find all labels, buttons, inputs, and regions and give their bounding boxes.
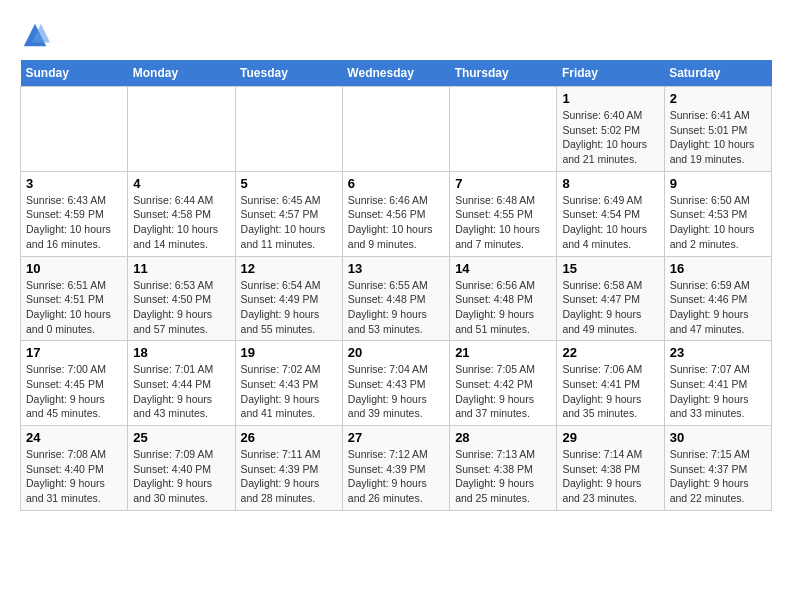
weekday-header: Friday xyxy=(557,60,664,87)
calendar-cell: 16Sunrise: 6:59 AM Sunset: 4:46 PM Dayli… xyxy=(664,256,771,341)
calendar-header: SundayMondayTuesdayWednesdayThursdayFrid… xyxy=(21,60,772,87)
calendar-cell xyxy=(21,87,128,172)
day-number: 9 xyxy=(670,176,766,191)
day-number: 16 xyxy=(670,261,766,276)
weekday-header: Thursday xyxy=(450,60,557,87)
calendar-cell: 18Sunrise: 7:01 AM Sunset: 4:44 PM Dayli… xyxy=(128,341,235,426)
calendar-cell: 21Sunrise: 7:05 AM Sunset: 4:42 PM Dayli… xyxy=(450,341,557,426)
day-number: 5 xyxy=(241,176,337,191)
calendar-cell xyxy=(450,87,557,172)
day-number: 24 xyxy=(26,430,122,445)
day-info: Sunrise: 7:06 AM Sunset: 4:41 PM Dayligh… xyxy=(562,362,658,421)
calendar-cell: 7Sunrise: 6:48 AM Sunset: 4:55 PM Daylig… xyxy=(450,171,557,256)
calendar-cell: 8Sunrise: 6:49 AM Sunset: 4:54 PM Daylig… xyxy=(557,171,664,256)
day-info: Sunrise: 6:50 AM Sunset: 4:53 PM Dayligh… xyxy=(670,193,766,252)
weekday-header: Monday xyxy=(128,60,235,87)
calendar-cell: 2Sunrise: 6:41 AM Sunset: 5:01 PM Daylig… xyxy=(664,87,771,172)
calendar-cell: 19Sunrise: 7:02 AM Sunset: 4:43 PM Dayli… xyxy=(235,341,342,426)
day-info: Sunrise: 7:05 AM Sunset: 4:42 PM Dayligh… xyxy=(455,362,551,421)
day-info: Sunrise: 6:44 AM Sunset: 4:58 PM Dayligh… xyxy=(133,193,229,252)
day-info: Sunrise: 7:12 AM Sunset: 4:39 PM Dayligh… xyxy=(348,447,444,506)
day-number: 12 xyxy=(241,261,337,276)
day-number: 19 xyxy=(241,345,337,360)
day-info: Sunrise: 6:48 AM Sunset: 4:55 PM Dayligh… xyxy=(455,193,551,252)
calendar-cell: 30Sunrise: 7:15 AM Sunset: 4:37 PM Dayli… xyxy=(664,426,771,511)
calendar-week-row: 3Sunrise: 6:43 AM Sunset: 4:59 PM Daylig… xyxy=(21,171,772,256)
day-number: 22 xyxy=(562,345,658,360)
calendar-cell: 9Sunrise: 6:50 AM Sunset: 4:53 PM Daylig… xyxy=(664,171,771,256)
day-info: Sunrise: 7:15 AM Sunset: 4:37 PM Dayligh… xyxy=(670,447,766,506)
calendar-cell: 24Sunrise: 7:08 AM Sunset: 4:40 PM Dayli… xyxy=(21,426,128,511)
day-info: Sunrise: 7:07 AM Sunset: 4:41 PM Dayligh… xyxy=(670,362,766,421)
weekday-header: Tuesday xyxy=(235,60,342,87)
day-number: 13 xyxy=(348,261,444,276)
day-info: Sunrise: 7:00 AM Sunset: 4:45 PM Dayligh… xyxy=(26,362,122,421)
calendar-cell: 23Sunrise: 7:07 AM Sunset: 4:41 PM Dayli… xyxy=(664,341,771,426)
day-info: Sunrise: 6:40 AM Sunset: 5:02 PM Dayligh… xyxy=(562,108,658,167)
day-number: 8 xyxy=(562,176,658,191)
day-info: Sunrise: 6:49 AM Sunset: 4:54 PM Dayligh… xyxy=(562,193,658,252)
weekday-header: Wednesday xyxy=(342,60,449,87)
calendar-cell: 25Sunrise: 7:09 AM Sunset: 4:40 PM Dayli… xyxy=(128,426,235,511)
day-number: 30 xyxy=(670,430,766,445)
calendar-week-row: 24Sunrise: 7:08 AM Sunset: 4:40 PM Dayli… xyxy=(21,426,772,511)
day-number: 20 xyxy=(348,345,444,360)
day-info: Sunrise: 7:04 AM Sunset: 4:43 PM Dayligh… xyxy=(348,362,444,421)
day-number: 26 xyxy=(241,430,337,445)
day-info: Sunrise: 6:58 AM Sunset: 4:47 PM Dayligh… xyxy=(562,278,658,337)
day-number: 1 xyxy=(562,91,658,106)
day-info: Sunrise: 6:54 AM Sunset: 4:49 PM Dayligh… xyxy=(241,278,337,337)
day-info: Sunrise: 7:13 AM Sunset: 4:38 PM Dayligh… xyxy=(455,447,551,506)
day-number: 2 xyxy=(670,91,766,106)
calendar-cell: 12Sunrise: 6:54 AM Sunset: 4:49 PM Dayli… xyxy=(235,256,342,341)
day-info: Sunrise: 7:02 AM Sunset: 4:43 PM Dayligh… xyxy=(241,362,337,421)
calendar-cell: 15Sunrise: 6:58 AM Sunset: 4:47 PM Dayli… xyxy=(557,256,664,341)
logo-icon xyxy=(20,20,50,50)
day-number: 3 xyxy=(26,176,122,191)
day-info: Sunrise: 7:08 AM Sunset: 4:40 PM Dayligh… xyxy=(26,447,122,506)
day-number: 11 xyxy=(133,261,229,276)
day-number: 6 xyxy=(348,176,444,191)
calendar-cell: 26Sunrise: 7:11 AM Sunset: 4:39 PM Dayli… xyxy=(235,426,342,511)
day-info: Sunrise: 6:46 AM Sunset: 4:56 PM Dayligh… xyxy=(348,193,444,252)
day-info: Sunrise: 6:45 AM Sunset: 4:57 PM Dayligh… xyxy=(241,193,337,252)
day-info: Sunrise: 6:59 AM Sunset: 4:46 PM Dayligh… xyxy=(670,278,766,337)
calendar-cell: 6Sunrise: 6:46 AM Sunset: 4:56 PM Daylig… xyxy=(342,171,449,256)
day-number: 7 xyxy=(455,176,551,191)
day-number: 14 xyxy=(455,261,551,276)
day-number: 4 xyxy=(133,176,229,191)
calendar-cell: 29Sunrise: 7:14 AM Sunset: 4:38 PM Dayli… xyxy=(557,426,664,511)
logo xyxy=(20,20,54,50)
calendar-cell xyxy=(235,87,342,172)
weekday-header: Sunday xyxy=(21,60,128,87)
calendar-cell: 3Sunrise: 6:43 AM Sunset: 4:59 PM Daylig… xyxy=(21,171,128,256)
day-info: Sunrise: 6:41 AM Sunset: 5:01 PM Dayligh… xyxy=(670,108,766,167)
day-number: 21 xyxy=(455,345,551,360)
calendar-cell xyxy=(128,87,235,172)
calendar-cell: 28Sunrise: 7:13 AM Sunset: 4:38 PM Dayli… xyxy=(450,426,557,511)
calendar-cell: 17Sunrise: 7:00 AM Sunset: 4:45 PM Dayli… xyxy=(21,341,128,426)
day-info: Sunrise: 6:53 AM Sunset: 4:50 PM Dayligh… xyxy=(133,278,229,337)
calendar-table: SundayMondayTuesdayWednesdayThursdayFrid… xyxy=(20,60,772,511)
day-info: Sunrise: 7:11 AM Sunset: 4:39 PM Dayligh… xyxy=(241,447,337,506)
calendar-cell: 13Sunrise: 6:55 AM Sunset: 4:48 PM Dayli… xyxy=(342,256,449,341)
day-info: Sunrise: 7:14 AM Sunset: 4:38 PM Dayligh… xyxy=(562,447,658,506)
calendar-week-row: 1Sunrise: 6:40 AM Sunset: 5:02 PM Daylig… xyxy=(21,87,772,172)
day-number: 23 xyxy=(670,345,766,360)
day-info: Sunrise: 6:51 AM Sunset: 4:51 PM Dayligh… xyxy=(26,278,122,337)
weekday-header: Saturday xyxy=(664,60,771,87)
calendar-cell: 5Sunrise: 6:45 AM Sunset: 4:57 PM Daylig… xyxy=(235,171,342,256)
calendar-cell: 27Sunrise: 7:12 AM Sunset: 4:39 PM Dayli… xyxy=(342,426,449,511)
day-info: Sunrise: 6:56 AM Sunset: 4:48 PM Dayligh… xyxy=(455,278,551,337)
day-number: 29 xyxy=(562,430,658,445)
calendar-cell: 22Sunrise: 7:06 AM Sunset: 4:41 PM Dayli… xyxy=(557,341,664,426)
calendar-body: 1Sunrise: 6:40 AM Sunset: 5:02 PM Daylig… xyxy=(21,87,772,511)
calendar-cell: 1Sunrise: 6:40 AM Sunset: 5:02 PM Daylig… xyxy=(557,87,664,172)
day-number: 25 xyxy=(133,430,229,445)
day-number: 18 xyxy=(133,345,229,360)
day-number: 28 xyxy=(455,430,551,445)
calendar-cell: 11Sunrise: 6:53 AM Sunset: 4:50 PM Dayli… xyxy=(128,256,235,341)
day-info: Sunrise: 6:43 AM Sunset: 4:59 PM Dayligh… xyxy=(26,193,122,252)
day-number: 17 xyxy=(26,345,122,360)
calendar-cell xyxy=(342,87,449,172)
